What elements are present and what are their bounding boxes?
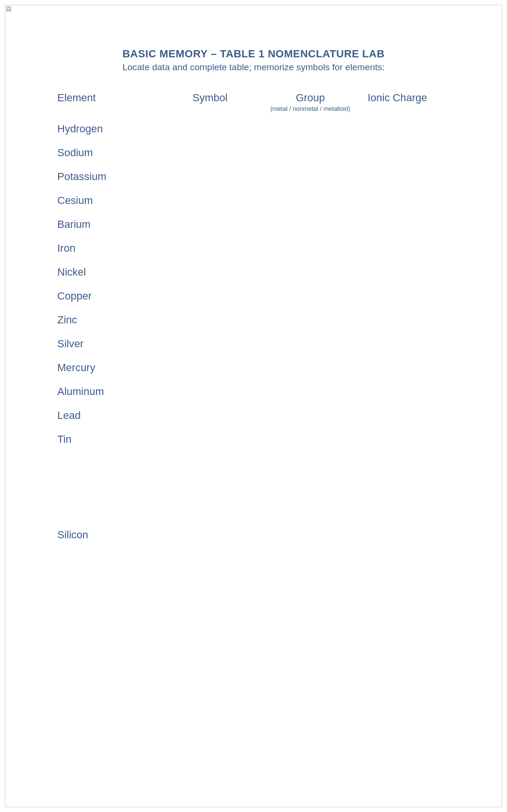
table-row: Nickel	[57, 260, 450, 284]
table-rows: Hydrogen Sodium Potassium Cesium	[57, 117, 450, 547]
table-row: Hydrogen	[57, 117, 450, 141]
table-row: Mercury	[57, 356, 450, 380]
element-name: Aluminum	[57, 382, 162, 402]
table-row: Sodium	[57, 141, 450, 165]
page-header: BASIC MEMORY – TABLE 1 NOMENCLATURE LAB …	[38, 48, 469, 73]
table-row: Tin	[57, 427, 450, 451]
table-row: Potassium	[57, 165, 450, 189]
element-name: Zinc	[57, 310, 162, 330]
element-name: Silver	[57, 334, 162, 354]
table-row: Copper	[57, 284, 450, 308]
bottom-border	[5, 807, 502, 807]
table-row: Silicon	[57, 523, 450, 547]
element-name: Lead	[57, 406, 162, 426]
element-name: Sodium	[57, 143, 162, 163]
element-name: Nickel	[57, 262, 162, 282]
table-row: Iron	[57, 236, 450, 260]
element-name: Mercury	[57, 358, 162, 378]
page-subtitle: Locate data and complete table; memorize…	[38, 62, 469, 73]
element-name: Barium	[57, 214, 162, 235]
table-row: Cesium	[57, 189, 450, 213]
group-subheader: (metal / nonmetal / metalloid)	[258, 105, 363, 112]
element-name: Potassium	[57, 167, 162, 187]
element-name: Copper	[57, 286, 162, 306]
table-row: Barium	[57, 213, 450, 236]
spacer	[57, 451, 450, 523]
logo-placeholder: 🖼	[6, 6, 11, 13]
element-name: Silicon	[57, 525, 162, 545]
page-container: 🖼 BASIC MEMORY – TABLE 1 NOMENCLATURE LA…	[0, 0, 507, 812]
table-container: Element Symbol Group (metal / nonmetal /…	[38, 92, 469, 547]
col-symbol-header: Symbol	[162, 92, 258, 112]
table-row: Aluminum	[57, 380, 450, 404]
table-row: Silver	[57, 332, 450, 356]
table-row: Lead	[57, 404, 450, 427]
col-element-header: Element	[57, 92, 162, 112]
element-name: Tin	[57, 429, 162, 449]
col-group-header: Group (metal / nonmetal / metalloid)	[258, 92, 363, 112]
group-label: Group	[258, 92, 363, 104]
table-header: Element Symbol Group (metal / nonmetal /…	[57, 92, 450, 112]
element-name: Hydrogen	[57, 119, 162, 139]
element-name: Iron	[57, 238, 162, 258]
col-ionic-header: Ionic Charge	[363, 92, 458, 112]
element-name: Cesium	[57, 191, 162, 211]
table-row: Zinc	[57, 308, 450, 332]
page-title: BASIC MEMORY – TABLE 1 NOMENCLATURE LAB	[38, 48, 469, 60]
